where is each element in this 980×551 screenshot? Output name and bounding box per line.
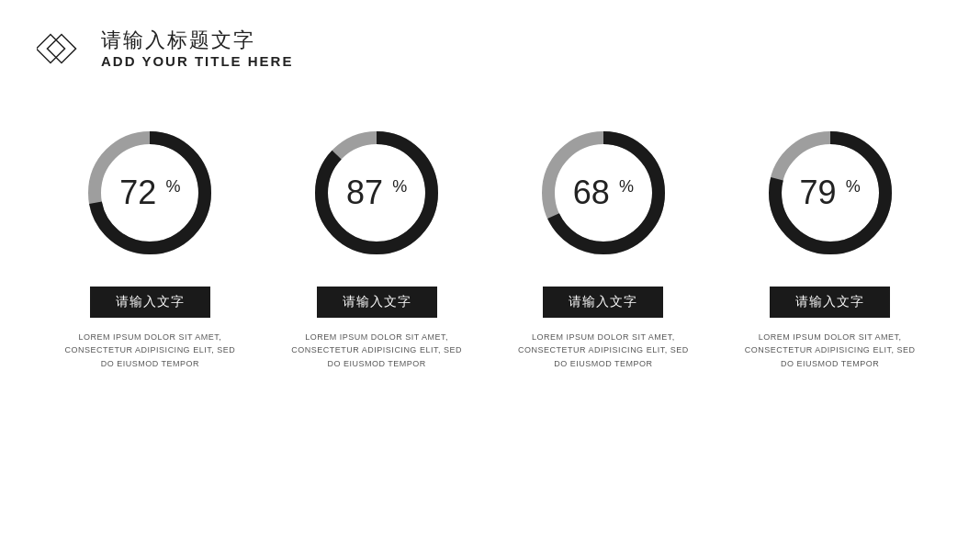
header-text: 请输入标题文字 ADD YOUR TITLE HERE bbox=[101, 28, 293, 71]
chart-item-3: 68 %请输入文字LOREM IPSUM DOLOR SIT AMET, CON… bbox=[512, 119, 695, 370]
chart-button-2[interactable]: 请输入文字 bbox=[317, 287, 437, 318]
donut-chart-1: 72 % bbox=[76, 119, 223, 266]
chart-desc-3: LOREM IPSUM DOLOR SIT AMET, CONSECTETUR … bbox=[512, 331, 695, 370]
donut-chart-3: 68 % bbox=[530, 119, 677, 266]
donut-label-3: 68 % bbox=[573, 174, 634, 212]
chart-button-3[interactable]: 请输入文字 bbox=[543, 287, 663, 318]
chart-item-2: 87 %请输入文字LOREM IPSUM DOLOR SIT AMET, CON… bbox=[285, 119, 468, 370]
header-chinese-title: 请输入标题文字 bbox=[101, 28, 293, 52]
header: 请输入标题文字 ADD YOUR TITLE HERE bbox=[0, 0, 980, 73]
donut-label-4: 79 % bbox=[800, 174, 861, 212]
svg-rect-1 bbox=[47, 34, 75, 62]
chart-item-4: 79 %请输入文字LOREM IPSUM DOLOR SIT AMET, CON… bbox=[738, 119, 922, 370]
chart-button-4[interactable]: 请输入文字 bbox=[770, 287, 890, 318]
logo-icon bbox=[37, 26, 84, 73]
svg-rect-0 bbox=[37, 34, 65, 62]
chart-item-1: 72 %请输入文字LOREM IPSUM DOLOR SIT AMET, CON… bbox=[58, 119, 242, 370]
chart-desc-2: LOREM IPSUM DOLOR SIT AMET, CONSECTETUR … bbox=[285, 331, 468, 370]
donut-chart-4: 79 % bbox=[757, 119, 904, 266]
donut-chart-2: 87 % bbox=[303, 119, 450, 266]
chart-desc-1: LOREM IPSUM DOLOR SIT AMET, CONSECTETUR … bbox=[58, 331, 242, 370]
charts-container: 72 %请输入文字LOREM IPSUM DOLOR SIT AMET, CON… bbox=[0, 92, 980, 370]
header-english-title: ADD YOUR TITLE HERE bbox=[101, 52, 293, 71]
chart-desc-4: LOREM IPSUM DOLOR SIT AMET, CONSECTETUR … bbox=[738, 331, 922, 370]
chart-button-1[interactable]: 请输入文字 bbox=[90, 287, 210, 318]
donut-label-2: 87 % bbox=[346, 174, 407, 212]
donut-label-1: 72 % bbox=[119, 174, 180, 212]
